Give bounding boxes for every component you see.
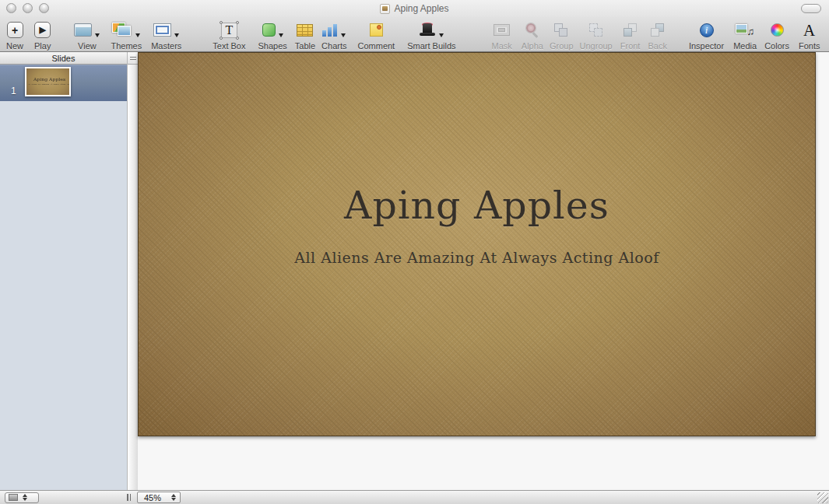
splitter-grip-icon[interactable] (127, 494, 131, 501)
play-button[interactable]: ▶ Play (34, 19, 51, 51)
mask-button: Mask (492, 19, 512, 51)
divider-grip-icon[interactable] (128, 52, 138, 65)
toolbar-label: Comment (358, 41, 395, 51)
keynote-window: Aping Apples + New ▶ Play View Themes Ma… (0, 0, 829, 504)
thumb-title: Aping Apples (26, 68, 71, 82)
front-button: Front (620, 19, 641, 51)
slides-header: Slides (0, 52, 127, 65)
inspector-icon: i (700, 23, 714, 37)
slide-thumbnail-row[interactable]: 1 Aping Apples All Aliens Are Amazing At… (0, 65, 127, 101)
new-button[interactable]: + New (6, 19, 23, 51)
slide-number: 1 (11, 86, 16, 96)
chevron-down-icon (95, 33, 100, 37)
toolbar-label: Media (733, 41, 757, 51)
status-bar: 45% (0, 490, 829, 504)
fonts-icon: A (803, 23, 815, 38)
toolbar-label: Alpha (522, 41, 543, 51)
toolbar-label: Colors (764, 41, 789, 51)
window-title: Aping Apples (394, 3, 448, 14)
toolbar-label: Table (295, 41, 315, 51)
toolbar-label: Shapes (258, 41, 286, 51)
chevron-down-icon (439, 33, 444, 37)
toolbar-label: Themes (111, 41, 142, 51)
charts-button[interactable]: Charts (321, 19, 346, 51)
shapes-button[interactable]: Shapes (258, 19, 286, 51)
titlebar: Aping Apples (0, 0, 829, 17)
toolbar-label: New (6, 41, 23, 51)
smart-builds-button[interactable]: Smart Builds (407, 19, 455, 51)
slide-thumbnail[interactable]: Aping Apples All Aliens Are Amazing At A… (25, 67, 71, 96)
toolbar-label: Masters (151, 41, 181, 51)
zoom-value: 45% (144, 493, 171, 502)
zoom-stepper-icon[interactable] (171, 494, 176, 501)
slide[interactable]: Aping Apples All Aliens Are Amazing At A… (138, 52, 816, 436)
view-icon (74, 23, 92, 37)
media-button[interactable]: ♫ Media (733, 19, 757, 51)
textbox-glyph: T (226, 23, 234, 37)
fonts-button[interactable]: A Fonts (799, 19, 820, 51)
view-button[interactable]: View (74, 19, 100, 51)
themes-icon (112, 23, 132, 37)
sidebar-divider[interactable] (127, 52, 138, 490)
masters-icon (153, 23, 171, 37)
slide-thumbnail-preview: Aping Apples All Aliens Are Amazing At A… (26, 68, 71, 96)
table-icon (297, 24, 313, 37)
slide-canvas: Aping Apples All Aliens Are Amazing At A… (138, 52, 829, 490)
masters-button[interactable]: Masters (151, 19, 181, 51)
view-options-button[interactable] (5, 492, 39, 503)
mask-icon (494, 24, 510, 36)
toolbar-label: View (78, 41, 97, 51)
colors-button[interactable]: Colors (764, 19, 789, 51)
alpha-button: Alpha (522, 19, 543, 51)
media-icon: ♫ (736, 23, 754, 37)
back-icon (649, 23, 666, 38)
toolbar: + New ▶ Play View Themes Masters T Text … (0, 17, 829, 52)
toolbar-toggle-button[interactable] (801, 4, 821, 13)
inspector-button[interactable]: i Inspector (689, 19, 724, 51)
front-icon (622, 23, 639, 38)
toolbar-label: Ungroup (580, 41, 613, 51)
text-box-icon: T (221, 23, 237, 38)
slide-title[interactable]: Aping Apples (139, 184, 815, 228)
zoom-control[interactable]: 45% (137, 492, 181, 503)
shapes-icon (262, 23, 276, 37)
toolbar-label: Play (34, 41, 51, 51)
toolbar-label: Text Box (213, 41, 245, 51)
comment-icon (370, 23, 383, 37)
chevron-down-icon (174, 33, 179, 37)
text-box-button[interactable]: T Text Box (213, 19, 245, 51)
view-stepper-icon (23, 494, 27, 501)
toolbar-label: Back (648, 41, 666, 51)
window-title-wrap: Aping Apples (0, 0, 829, 17)
charts-icon (322, 23, 338, 37)
group-icon (553, 23, 570, 38)
slides-sidebar: Slides 1 Aping Apples All Aliens Are Ama… (0, 52, 127, 490)
comment-button[interactable]: Comment (358, 19, 395, 51)
themes-button[interactable]: Themes (111, 19, 142, 51)
play-icon: ▶ (34, 22, 51, 38)
thumb-subtitle: All Aliens Are Amazing At Always Acting … (26, 82, 71, 85)
toolbar-label: Smart Builds (407, 41, 455, 51)
toolbar-label: Inspector (689, 41, 724, 51)
colors-icon (771, 23, 784, 37)
mini-slide-icon (9, 494, 18, 501)
window-resize-grip[interactable] (817, 492, 828, 503)
ungroup-button: Ungroup (580, 19, 613, 51)
toolbar-label: Charts (321, 41, 346, 51)
toolbar-label: Fonts (799, 41, 820, 51)
alpha-icon (524, 23, 541, 38)
ungroup-icon (588, 23, 605, 38)
music-note-glyph: ♫ (746, 26, 754, 37)
chevron-down-icon (135, 33, 140, 37)
chevron-down-icon (279, 33, 283, 37)
new-icon: + (7, 22, 23, 38)
back-button: Back (648, 19, 666, 51)
toolbar-label: Mask (492, 41, 512, 51)
play-glyph: ▶ (39, 25, 45, 35)
slide-subtitle[interactable]: All Aliens Are Amazing At Always Acting … (139, 249, 815, 266)
toolbar-label: Group (550, 41, 574, 51)
chevron-down-icon (341, 33, 346, 37)
table-button[interactable]: Table (295, 19, 315, 51)
toolbar-label: Front (620, 41, 641, 51)
document-icon (380, 4, 390, 14)
